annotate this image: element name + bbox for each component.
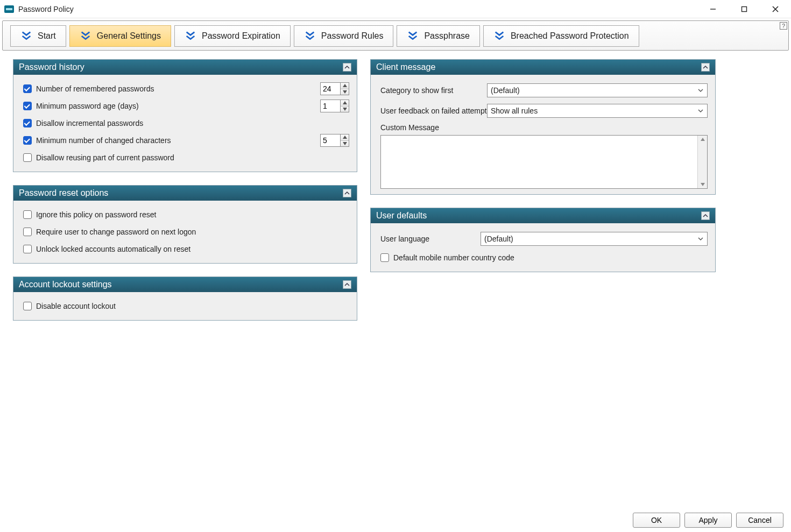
- spin-up[interactable]: [341, 83, 349, 89]
- collapse-button[interactable]: [343, 189, 351, 197]
- group-lockout: Account lockout settings Disable account…: [13, 276, 357, 321]
- tab-breached-label: Breached Password Protection: [511, 31, 629, 41]
- group-header-user-defaults: User defaults: [371, 208, 715, 223]
- ribbon-tabs: ? Start General Settings Password Expira…: [2, 20, 789, 51]
- chevron-down-icon: [697, 236, 704, 242]
- collapse-button[interactable]: [701, 211, 710, 220]
- spin-down[interactable]: [341, 107, 349, 112]
- tab-breached[interactable]: Breached Password Protection: [483, 25, 639, 47]
- close-icon: [772, 6, 779, 12]
- chevron-up-icon: [703, 213, 708, 218]
- minimize-button[interactable]: [697, 0, 729, 18]
- checkbox-unlock-accounts[interactable]: [23, 245, 32, 253]
- cancel-button[interactable]: Cancel: [736, 513, 783, 528]
- spinner-min-changed: [320, 134, 349, 147]
- checkbox-disallow-incremental[interactable]: [23, 119, 32, 127]
- custom-message-input[interactable]: [381, 136, 697, 188]
- tab-general-label: General Settings: [97, 31, 161, 41]
- window-title: Password Policy: [18, 5, 74, 13]
- group-header-reset: Password reset options: [13, 186, 357, 201]
- chevron-up-icon: [703, 65, 708, 70]
- ok-button[interactable]: OK: [633, 513, 680, 528]
- app-icon: [4, 5, 14, 13]
- spinner-remembered: [320, 82, 349, 95]
- input-min-changed[interactable]: [321, 134, 340, 146]
- apply-button[interactable]: Apply: [684, 513, 732, 528]
- label-disallow-incremental: Disallow incremental passwords: [36, 119, 143, 127]
- chevrons-icon: [407, 30, 419, 42]
- group-password-history: Password history Number of remembered pa…: [13, 59, 357, 172]
- input-remembered[interactable]: [321, 83, 340, 95]
- row-country-code: Default mobile number country code: [380, 249, 708, 266]
- spin-up[interactable]: [341, 134, 349, 141]
- svg-marker-6: [343, 101, 347, 104]
- select-category-value: (Default): [491, 86, 520, 95]
- chevron-up-icon: [344, 190, 350, 196]
- label-remembered: Number of remembered passwords: [36, 84, 154, 93]
- row-unlock-accounts: Unlock locked accounts automatically on …: [23, 240, 349, 258]
- label-unlock-accounts: Unlock locked accounts automatically on …: [36, 245, 190, 253]
- checkbox-remembered[interactable]: [23, 84, 32, 93]
- label-category: Category to show first: [380, 86, 487, 95]
- tab-passphrase[interactable]: Passphrase: [397, 25, 480, 47]
- caret-up-icon: [343, 84, 347, 87]
- tab-password-expiration[interactable]: Password Expiration: [174, 25, 291, 47]
- textarea-wrap: [380, 135, 708, 189]
- label-require-change: Require user to change password on next …: [36, 228, 196, 236]
- group-body-reset: Ignore this policy on password reset Req…: [13, 201, 357, 263]
- tab-general-settings[interactable]: General Settings: [69, 25, 171, 47]
- row-user-language: User language (Default): [380, 229, 708, 249]
- svg-marker-10: [701, 138, 705, 141]
- label-min-age: Minimum password age (days): [36, 102, 139, 110]
- checkbox-disallow-reuse[interactable]: [23, 153, 32, 162]
- chevrons-icon: [185, 30, 196, 42]
- tab-passphrase-label: Passphrase: [424, 31, 470, 41]
- textarea-scrollbar[interactable]: [697, 136, 707, 188]
- checkbox-min-age[interactable]: [23, 102, 32, 110]
- collapse-button[interactable]: [701, 63, 710, 72]
- spin-up[interactable]: [341, 100, 349, 107]
- row-category: Category to show first (Default): [380, 80, 708, 101]
- group-header-lockout: Account lockout settings: [13, 277, 357, 292]
- caret-down-icon: [343, 142, 347, 145]
- collapse-button[interactable]: [343, 63, 351, 72]
- checkbox-require-change[interactable]: [23, 228, 32, 236]
- select-user-language[interactable]: (Default): [481, 232, 708, 246]
- spin-down[interactable]: [341, 89, 349, 95]
- help-button[interactable]: ?: [780, 22, 787, 30]
- minimize-icon: [710, 6, 716, 12]
- group-client-message: Client message Category to show first (D…: [370, 59, 716, 195]
- tab-expiration-label: Password Expiration: [202, 31, 280, 41]
- chevrons-icon: [80, 30, 91, 42]
- spin-down[interactable]: [341, 141, 349, 147]
- chevron-up-icon: [344, 65, 350, 70]
- input-min-age[interactable]: [321, 100, 340, 112]
- tab-start-label: Start: [38, 31, 56, 41]
- select-category[interactable]: (Default): [487, 83, 708, 97]
- svg-marker-5: [343, 90, 347, 94]
- maximize-button[interactable]: [729, 0, 760, 18]
- window-controls: [697, 0, 791, 18]
- spin-buttons: [340, 100, 349, 112]
- collapse-button[interactable]: [343, 280, 351, 289]
- chevrons-icon: [20, 30, 32, 42]
- tab-start[interactable]: Start: [10, 25, 66, 47]
- close-button[interactable]: [760, 0, 791, 18]
- svg-marker-7: [343, 108, 347, 111]
- checkbox-ignore-policy[interactable]: [23, 210, 32, 219]
- checkbox-disable-lockout[interactable]: [23, 302, 32, 310]
- checkbox-min-changed[interactable]: [23, 136, 32, 145]
- checkbox-country-code[interactable]: [380, 253, 389, 262]
- group-title-client: Client message: [376, 62, 435, 72]
- chevron-down-icon: [697, 108, 704, 114]
- label-user-language: User language: [380, 235, 481, 243]
- caret-down-icon: [700, 182, 705, 187]
- row-min-changed: Minimum number of changed characters: [23, 132, 349, 149]
- tab-password-rules[interactable]: Password Rules: [294, 25, 394, 47]
- group-reset-options: Password reset options Ignore this polic…: [13, 185, 357, 264]
- caret-down-icon: [343, 108, 347, 111]
- row-custom-message: Custom Message: [380, 123, 708, 189]
- label-disable-lockout: Disable account lockout: [36, 302, 116, 310]
- select-feedback[interactable]: Show all rules: [487, 104, 708, 118]
- spin-buttons: [340, 134, 349, 146]
